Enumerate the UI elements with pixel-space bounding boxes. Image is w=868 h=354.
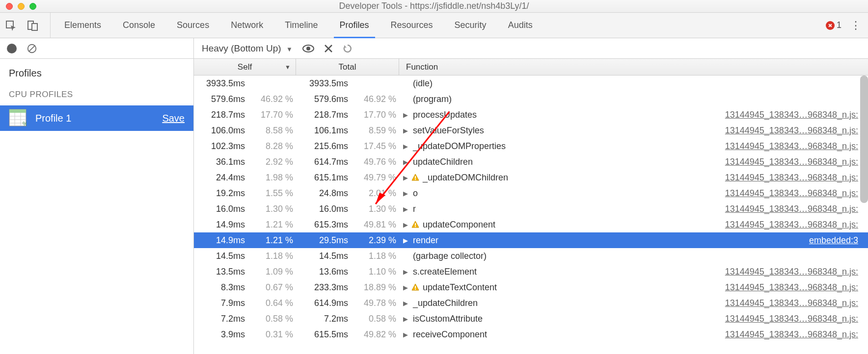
svg-rect-25: [415, 289, 416, 290]
profile-item[interactable]: % Profile 1 Save: [0, 105, 193, 131]
tab-security[interactable]: Security: [444, 13, 497, 38]
disclosure-triangle-icon[interactable]: ▶: [403, 158, 410, 166]
disclosure-triangle-icon[interactable]: ▶: [403, 127, 410, 134]
inspect-element-icon[interactable]: [5, 20, 17, 31]
table-row[interactable]: 3933.5ms3933.5ms(idle): [194, 76, 868, 91]
source-link[interactable]: 13144945_138343…968348_n.js:: [725, 110, 868, 120]
save-link[interactable]: Save: [162, 113, 185, 124]
source-link[interactable]: 13144945_138343…968348_n.js:: [725, 173, 868, 183]
disclosure-triangle-icon[interactable]: ▶: [403, 205, 410, 213]
table-row[interactable]: 19.2ms1.55 %24.8ms2.01 %▶o13144945_13834…: [194, 185, 868, 201]
table-row[interactable]: 13.5ms1.09 %13.6ms1.10 %▶s.createElement…: [194, 264, 868, 279]
tab-profiles[interactable]: Profiles: [329, 13, 380, 38]
zoom-window-button[interactable]: [29, 3, 36, 10]
view-mode-select[interactable]: Heavy (Bottom Up) ▼: [202, 43, 293, 54]
svg-rect-22: [415, 223, 416, 226]
tab-network[interactable]: Network: [220, 13, 274, 38]
tab-timeline[interactable]: Timeline: [274, 13, 328, 38]
profile-rows: 3933.5ms3933.5ms(idle)579.6ms46.92 %579.…: [194, 76, 868, 354]
tab-audits[interactable]: Audits: [497, 13, 543, 38]
chevron-down-icon: ▼: [286, 46, 293, 53]
spreadsheet-icon: %: [9, 109, 27, 128]
column-self[interactable]: Self ▼: [194, 59, 296, 75]
function-name: _updateDOMChildren: [423, 173, 508, 183]
table-row[interactable]: 14.9ms1.21 %29.5ms2.39 %▶renderembedded:…: [194, 232, 868, 248]
source-link[interactable]: 13144945_138343…968348_n.js:: [725, 329, 868, 340]
profiles-sidebar: Profiles CPU PROFILES % Profile 1 Save: [0, 38, 194, 354]
panel-toolbar: Heavy (Bottom Up) ▼: [194, 38, 868, 59]
function-name: updateChildren: [413, 157, 473, 167]
svg-rect-2: [32, 24, 37, 30]
error-badge[interactable]: 1: [826, 20, 841, 30]
close-window-button[interactable]: [6, 3, 13, 10]
function-name: updateComponent: [423, 220, 495, 230]
source-link[interactable]: 13144945_138343…968348_n.js:: [725, 204, 868, 214]
warning-icon: [411, 283, 420, 292]
svg-rect-23: [415, 226, 416, 227]
profile-panel: Heavy (Bottom Up) ▼ Self ▼ Total Functio…: [194, 38, 868, 354]
svg-rect-24: [415, 286, 416, 288]
source-link[interactable]: 13144945_138343…968348_n.js:: [725, 126, 868, 136]
more-menu-icon[interactable]: ⋮: [850, 19, 861, 32]
column-function[interactable]: Function: [399, 59, 868, 75]
record-button[interactable]: [7, 44, 17, 53]
function-name: (garbage collector): [413, 251, 487, 261]
table-row[interactable]: 3.9ms0.31 %615.5ms49.82 %▶receiveCompone…: [194, 327, 868, 342]
svg-rect-21: [415, 179, 416, 180]
table-row[interactable]: 16.0ms1.30 %16.0ms1.30 %▶r13144945_13834…: [194, 201, 868, 217]
columns-header: Self ▼ Total Function: [194, 59, 868, 76]
table-row[interactable]: 106.0ms8.58 %106.1ms8.59 %▶setValueForSt…: [194, 123, 868, 138]
function-name: (program): [413, 94, 452, 104]
table-row[interactable]: 14.9ms1.21 %615.3ms49.81 %▶updateCompone…: [194, 217, 868, 232]
disclosure-triangle-icon[interactable]: ▶: [403, 111, 410, 119]
table-row[interactable]: 7.2ms0.58 %7.2ms0.58 %▶isCustomAttribute…: [194, 311, 868, 327]
disclosure-triangle-icon[interactable]: ▶: [403, 315, 410, 323]
tab-console[interactable]: Console: [112, 13, 166, 38]
disclosure-triangle-icon[interactable]: ▶: [403, 190, 410, 197]
focus-icon[interactable]: [302, 44, 314, 53]
source-link[interactable]: 13144945_138343…968348_n.js:: [725, 141, 868, 152]
disclosure-triangle-icon[interactable]: ▶: [403, 284, 410, 291]
source-link[interactable]: 13144945_138343…968348_n.js:: [725, 282, 868, 293]
disclosure-triangle-icon[interactable]: ▶: [403, 221, 410, 228]
function-name: _updateDOMProperties: [413, 141, 506, 152]
disclosure-triangle-icon[interactable]: ▶: [403, 331, 410, 338]
tab-elements[interactable]: Elements: [54, 13, 112, 38]
table-row[interactable]: 24.4ms1.98 %615.1ms49.79 %▶_updateDOMChi…: [194, 170, 868, 185]
source-link[interactable]: 13144945_138343…968348_n.js:: [725, 220, 868, 230]
column-total[interactable]: Total: [296, 59, 399, 75]
tab-sources[interactable]: Sources: [166, 13, 220, 38]
disclosure-triangle-icon[interactable]: ▶: [403, 174, 410, 181]
table-row[interactable]: 102.3ms8.28 %215.6ms17.45 %▶_updateDOMPr…: [194, 138, 868, 154]
warning-icon: [411, 220, 420, 229]
source-link[interactable]: 13144945_138343…968348_n.js:: [725, 188, 868, 199]
table-row[interactable]: 579.6ms46.92 %579.6ms46.92 %(program): [194, 91, 868, 107]
panel-tabs: ElementsConsoleSourcesNetworkTimelinePro…: [54, 13, 543, 38]
function-name: updateTextContent: [423, 282, 497, 293]
warning-icon: [411, 173, 420, 182]
device-toolbar-icon[interactable]: [27, 20, 38, 31]
function-name: receiveComponent: [413, 329, 487, 340]
source-link[interactable]: 13144945_138343…968348_n.js:: [725, 298, 868, 308]
function-name: render: [413, 235, 438, 246]
source-link[interactable]: 13144945_138343…968348_n.js:: [725, 314, 868, 324]
source-link[interactable]: embedded:3: [809, 235, 868, 246]
disclosure-triangle-icon[interactable]: ▶: [403, 143, 410, 150]
sort-desc-icon: ▼: [285, 64, 291, 71]
table-row[interactable]: 7.9ms0.64 %614.9ms49.78 %▶_updateChildre…: [194, 295, 868, 311]
table-row[interactable]: 218.7ms17.70 %218.7ms17.70 %▶processUpda…: [194, 107, 868, 123]
reload-icon[interactable]: [343, 44, 353, 53]
table-row[interactable]: 14.5ms1.18 %14.5ms1.18 %(garbage collect…: [194, 248, 868, 264]
clear-icon[interactable]: [27, 43, 37, 54]
disclosure-triangle-icon[interactable]: ▶: [403, 268, 410, 276]
table-row[interactable]: 8.3ms0.67 %233.3ms18.89 %▶updateTextCont…: [194, 279, 868, 295]
disclosure-triangle-icon[interactable]: ▶: [403, 300, 410, 307]
table-row[interactable]: 36.1ms2.92 %614.7ms49.76 %▶updateChildre…: [194, 154, 868, 170]
tab-resources[interactable]: Resources: [380, 13, 444, 38]
source-link[interactable]: 13144945_138343…968348_n.js:: [725, 267, 868, 277]
source-link[interactable]: 13144945_138343…968348_n.js:: [725, 157, 868, 167]
function-name: setValueForStyles: [413, 126, 484, 136]
exclude-icon[interactable]: [324, 44, 333, 53]
disclosure-triangle-icon[interactable]: ▶: [403, 237, 410, 244]
minimize-window-button[interactable]: [18, 3, 25, 10]
